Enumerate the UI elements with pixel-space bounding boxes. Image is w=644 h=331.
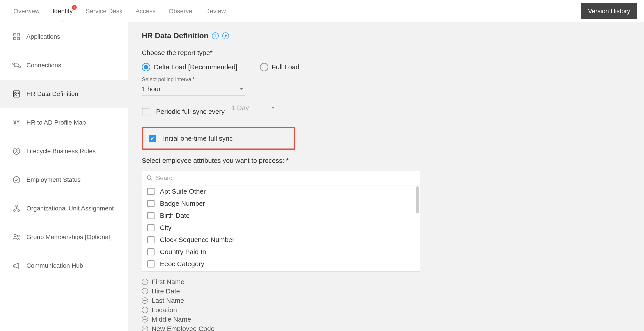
radio-icon bbox=[260, 63, 268, 71]
sidebar-item-label: Group Memberships [Optional] bbox=[26, 234, 112, 241]
periodic-sync-interval-select[interactable]: 1 Day bbox=[232, 102, 276, 114]
attribute-list[interactable]: Apt Suite Other Badge Number Birth Date … bbox=[142, 186, 420, 272]
remove-icon[interactable] bbox=[142, 326, 148, 331]
sidebar-item-org-unit[interactable]: Organizational Unit Assignment bbox=[0, 194, 128, 223]
top-nav: Overview Identity ! Service Desk Access … bbox=[0, 0, 644, 22]
attribute-item[interactable]: Country Paid In bbox=[142, 246, 420, 258]
tab-identity-label: Identity bbox=[52, 8, 73, 14]
status-icon bbox=[12, 175, 21, 184]
attribute-item[interactable]: Badge Number bbox=[142, 198, 420, 210]
svg-point-19 bbox=[18, 210, 20, 212]
selected-attribute: Middle Name bbox=[142, 315, 630, 324]
attribute-item[interactable]: Clock Sequence Number bbox=[142, 234, 420, 246]
sidebar-item-communication-hub[interactable]: Communication Hub bbox=[0, 252, 128, 280]
selected-attribute: Hire Date bbox=[142, 286, 630, 296]
scrollbar[interactable] bbox=[416, 186, 419, 213]
tab-review[interactable]: Review bbox=[205, 0, 226, 22]
svg-point-11 bbox=[14, 122, 16, 123]
attribute-checkbox[interactable] bbox=[147, 236, 154, 243]
sidebar-item-lifecycle-rules[interactable]: Lifecycle Business Rules bbox=[0, 137, 128, 166]
attribute-checkbox[interactable] bbox=[147, 200, 154, 207]
sidebar-item-connections[interactable]: Connections bbox=[0, 51, 128, 80]
svg-rect-3 bbox=[17, 37, 20, 40]
selected-attribute: New Employee Code bbox=[142, 324, 630, 331]
attribute-checkbox[interactable] bbox=[147, 212, 154, 219]
remove-icon[interactable] bbox=[142, 307, 148, 313]
radio-full-load[interactable]: Full Load bbox=[260, 63, 300, 71]
org-unit-icon bbox=[12, 204, 21, 213]
play-icon[interactable] bbox=[222, 32, 229, 39]
tab-overview[interactable]: Overview bbox=[14, 0, 40, 22]
tab-observe[interactable]: Observe bbox=[168, 0, 192, 22]
svg-point-14 bbox=[14, 148, 20, 154]
svg-rect-0 bbox=[14, 34, 16, 36]
select-value: 1 hour bbox=[142, 85, 161, 93]
selected-label: Middle Name bbox=[152, 316, 191, 323]
svg-point-17 bbox=[16, 205, 18, 207]
sidebar-item-label: HR to AD Profile Map bbox=[26, 119, 86, 126]
radio-delta-load[interactable]: Delta Load [Recommended] bbox=[142, 63, 238, 71]
svg-rect-1 bbox=[17, 34, 20, 36]
sidebar-item-label: Communication Hub bbox=[26, 262, 83, 269]
polling-interval-select[interactable]: 1 hour bbox=[142, 84, 245, 96]
radio-label: Delta Load [Recommended] bbox=[154, 63, 238, 71]
attribute-label: Badge Number bbox=[160, 200, 205, 207]
sidebar-item-hr-ad-profile-map[interactable]: HR to AD Profile Map bbox=[0, 108, 128, 137]
attribute-item[interactable]: Apt Suite Other bbox=[142, 186, 420, 198]
sidebar-item-applications[interactable]: Applications bbox=[0, 22, 128, 51]
main-content: HR Data Definition ? Choose the report t… bbox=[128, 22, 644, 331]
remove-icon[interactable] bbox=[142, 316, 148, 322]
attribute-checkbox[interactable] bbox=[147, 248, 154, 256]
select-value: 1 Day bbox=[232, 104, 249, 112]
selected-label: New Employee Code bbox=[152, 325, 215, 331]
selected-label: First Name bbox=[152, 278, 184, 286]
polling-interval-label: Select polling interval* bbox=[142, 76, 630, 82]
megaphone-icon bbox=[12, 261, 21, 270]
remove-icon[interactable] bbox=[142, 279, 148, 285]
svg-point-21 bbox=[18, 235, 19, 237]
attribute-item[interactable]: Birth Date bbox=[142, 210, 420, 222]
help-icon[interactable]: ? bbox=[212, 32, 219, 39]
svg-point-22 bbox=[147, 176, 151, 179]
apps-icon bbox=[12, 32, 21, 41]
attribute-label: City bbox=[160, 224, 172, 232]
search-placeholder: Search bbox=[156, 174, 176, 182]
attribute-checkbox[interactable] bbox=[147, 260, 154, 268]
attribute-item[interactable]: Eeoc Category bbox=[142, 258, 420, 270]
svg-rect-6 bbox=[14, 91, 20, 97]
attribute-label: Apt Suite Other bbox=[160, 188, 206, 195]
remove-icon[interactable] bbox=[142, 298, 148, 304]
attribute-checkbox[interactable] bbox=[147, 224, 154, 231]
selected-attribute: Last Name bbox=[142, 296, 630, 305]
initial-sync-label: Initial one-time full sync bbox=[163, 135, 233, 142]
attribute-item[interactable]: City bbox=[142, 222, 420, 234]
svg-point-16 bbox=[14, 177, 20, 183]
sidebar-item-label: Employment Status bbox=[26, 176, 81, 184]
svg-point-7 bbox=[14, 92, 16, 94]
radio-icon bbox=[142, 63, 150, 71]
sidebar: Applications Connections HR Data Definit… bbox=[0, 22, 128, 331]
search-icon bbox=[146, 175, 153, 181]
svg-point-20 bbox=[14, 234, 16, 236]
initial-sync-checkbox[interactable] bbox=[149, 135, 156, 142]
sidebar-item-label: Applications bbox=[26, 33, 60, 40]
sidebar-item-employment-status[interactable]: Employment Status bbox=[0, 166, 128, 194]
version-history-button[interactable]: Version History bbox=[581, 3, 637, 19]
tab-access[interactable]: Access bbox=[136, 0, 156, 22]
attribute-checkbox[interactable] bbox=[147, 188, 154, 195]
svg-point-15 bbox=[16, 150, 17, 151]
periodic-sync-label: Periodic full sync every bbox=[156, 108, 225, 116]
lifecycle-icon bbox=[12, 147, 21, 156]
selected-attribute: Location bbox=[142, 305, 630, 315]
sidebar-item-hr-data-definition[interactable]: HR Data Definition bbox=[0, 80, 128, 108]
selected-attribute: First Name bbox=[142, 277, 630, 286]
hr-data-icon bbox=[12, 90, 21, 98]
radio-label: Full Load bbox=[272, 63, 300, 71]
sidebar-item-group-memberships[interactable]: Group Memberships [Optional] bbox=[0, 223, 128, 252]
svg-rect-2 bbox=[14, 37, 16, 40]
tab-identity[interactable]: Identity ! bbox=[52, 0, 73, 22]
remove-icon[interactable] bbox=[142, 288, 148, 294]
periodic-sync-checkbox[interactable] bbox=[142, 108, 149, 116]
tab-service-desk[interactable]: Service Desk bbox=[86, 0, 122, 22]
attribute-search-input[interactable]: Search bbox=[142, 171, 420, 186]
